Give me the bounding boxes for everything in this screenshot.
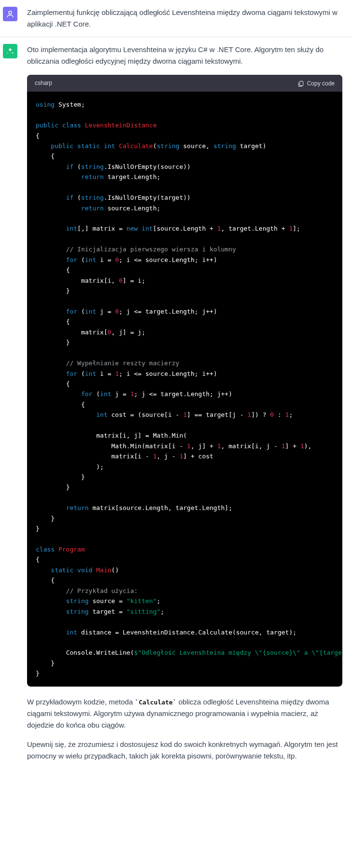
inline-code-calculate: `Calculate`	[135, 699, 176, 706]
code-content: using System; public class LevenshteinDi…	[27, 92, 342, 687]
assistant-message-body: Oto implementacja algorytmu Levenshteina…	[27, 44, 342, 762]
code-block: csharp Copy code using System; public cl…	[27, 75, 342, 687]
assistant-intro: Oto implementacja algorytmu Levenshteina…	[27, 44, 342, 67]
assistant-outro-1: W przykładowym kodzie, metoda `Calculate…	[27, 696, 342, 731]
assistant-message-row: Oto implementacja algorytmu Levenshteina…	[0, 37, 352, 769]
assistant-outro-2: Upewnij się, że zrozumiesz i dostosujesz…	[27, 739, 342, 762]
copy-code-label: Copy code	[307, 80, 335, 87]
user-avatar	[3, 7, 17, 21]
code-language-label: csharp	[35, 79, 52, 88]
code-header: csharp Copy code	[27, 75, 342, 92]
sparkle-icon	[6, 47, 14, 55]
svg-point-0	[9, 11, 12, 14]
clipboard-icon	[297, 80, 304, 87]
person-icon	[6, 10, 14, 18]
user-text: Zaimplementuj funkcję obliczającą odległ…	[27, 7, 342, 30]
copy-code-button[interactable]: Copy code	[297, 80, 335, 87]
code-scroll-area[interactable]: using System; public class LevenshteinDi…	[27, 92, 342, 687]
user-message-body: Zaimplementuj funkcję obliczającą odległ…	[27, 7, 342, 30]
svg-rect-1	[299, 81, 303, 85]
user-message-row: Zaimplementuj funkcję obliczającą odległ…	[0, 0, 352, 37]
assistant-avatar	[3, 44, 17, 58]
